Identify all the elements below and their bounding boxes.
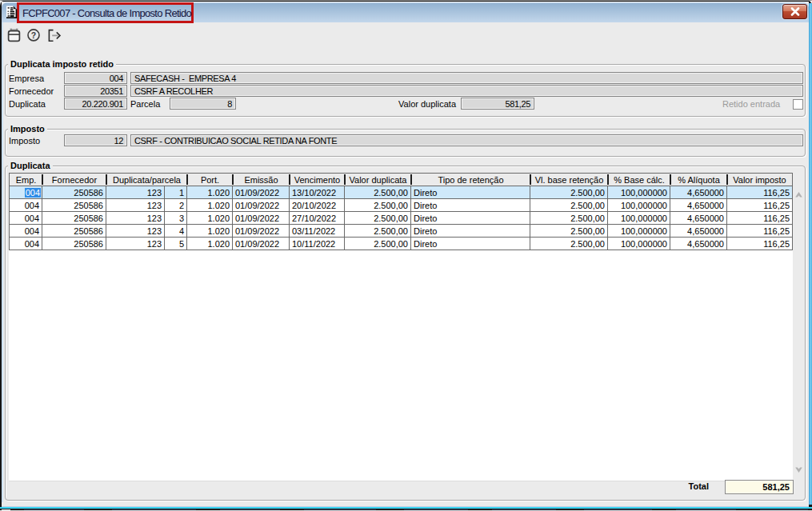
svg-text:?: ? xyxy=(31,30,36,40)
